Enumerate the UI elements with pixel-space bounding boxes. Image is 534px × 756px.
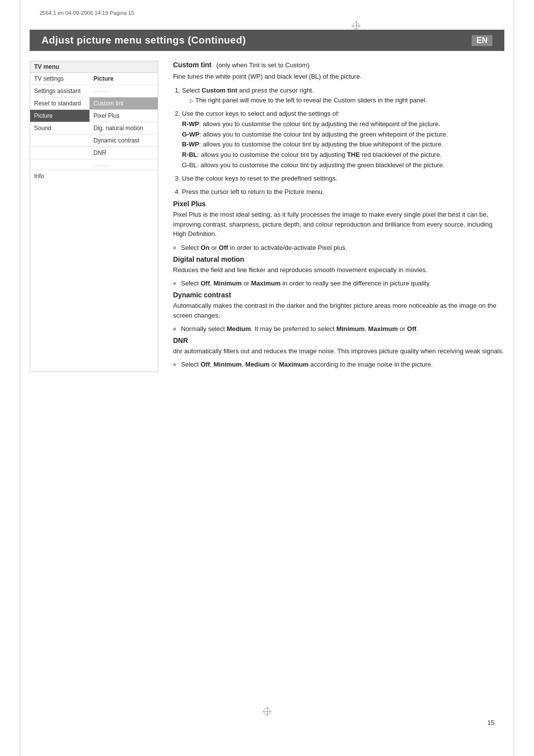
custom-tint-heading-line: Custom tint (only when Tint is set to Cu… [173, 61, 504, 69]
digital-natural-motion-section: Digital natural motion Reduces the field… [173, 255, 504, 289]
digital-natural-motion-heading: Digital natural motion [173, 255, 504, 263]
page-meta: 2564.1 en 04-09-2006 14:19 Pagina 15 [40, 10, 134, 16]
tv-menu-row: Picture Pixel Plus [30, 110, 158, 122]
dynamic-contrast-heading: Dynamic contrast [173, 291, 504, 299]
arrow-item: The right panel will move to the left to… [190, 95, 504, 106]
tv-menu-right-dynamic-contrast: Dynamic contrast [89, 135, 158, 146]
page-title: Adjust picture menu settings (Continued) [42, 35, 246, 46]
tv-menu-panel: TV menu TV settings Picture Settings ass… [30, 61, 158, 372]
regmark-top [351, 21, 361, 31]
tv-menu-info: Info [30, 170, 158, 182]
list-item: Select Off, Minimum, Medium or Maximum a… [181, 360, 504, 370]
pixel-plus-heading: Pixel Plus [173, 200, 504, 208]
dynamic-contrast-list: Normally select Medium. It may be prefer… [181, 324, 504, 334]
list-item: Select Off, Minimum or Maximum in order … [181, 279, 504, 289]
tv-menu-left-empty3 [30, 159, 89, 170]
digital-natural-motion-intro: Reduces the field and line flicker and r… [173, 265, 504, 275]
right-panel: Custom tint (only when Tint is set to Cu… [173, 61, 504, 372]
custom-tint-intro: Fine tunes the white point (WP) and blac… [173, 72, 504, 82]
list-item: Use the colour keys to reset to the pred… [182, 174, 504, 184]
tv-menu-left-empty2 [30, 147, 89, 159]
tv-menu-row: Sound Dig. natural motion [30, 122, 158, 135]
tv-menu-right-dnr: DNR [89, 147, 158, 159]
dnr-list: Select Off, Minimum, Medium or Maximum a… [181, 360, 504, 370]
tv-menu-row: Reset to standard Custom tint [30, 97, 158, 110]
tv-menu-right-pixel-plus: Pixel Plus [89, 110, 158, 122]
custom-tint-section: Custom tint (only when Tint is set to Cu… [173, 61, 504, 197]
header-bar: Adjust picture menu settings (Continued)… [30, 30, 504, 51]
tv-menu-row: TV settings Picture [30, 73, 158, 85]
dnr-intro: dnr automatically filters out and reduce… [173, 346, 504, 356]
tv-menu-left-settings-assistant: Settings assistant [30, 85, 89, 97]
dynamic-contrast-section: Dynamic contrast Automatically makes the… [173, 291, 504, 334]
tv-menu-right-picture: Picture [89, 73, 158, 85]
dynamic-contrast-intro: Automatically makes the contrast in the … [173, 301, 504, 320]
custom-tint-steps: Select Custom tint and press the cursor … [182, 86, 504, 197]
tv-menu-left-reset: Reset to standard [30, 97, 89, 109]
list-item: Select Custom tint and press the cursor … [182, 86, 504, 106]
pixel-plus-section: Pixel Plus Pixel Plus is the most ideal … [173, 200, 504, 253]
bwp-detail: B-WP: allows you to customise the colour… [182, 141, 443, 148]
pixel-plus-intro: Pixel Plus is the most ideal setting, as… [173, 210, 504, 239]
tv-menu-row: ............ [30, 159, 158, 170]
tv-menu-title: TV menu [30, 61, 158, 73]
tv-menu-left-empty1 [30, 135, 89, 146]
dnr-heading: DNR [173, 336, 504, 344]
rbl-detail: R-BL: allows you to customise the colour… [182, 151, 442, 158]
custom-tint-note: (only when Tint is set to Custom) [216, 61, 310, 69]
tv-menu-left-picture: Picture [30, 110, 89, 122]
gwp-detail: G-WP: allows you to customise the colour… [182, 131, 448, 138]
right-margin-line [514, 0, 514, 756]
tv-menu-left-sound: Sound [30, 122, 89, 134]
regmark-bottom [262, 707, 272, 716]
language-badge: EN [472, 35, 492, 46]
main-content: TV menu TV settings Picture Settings ass… [30, 61, 504, 372]
digital-natural-motion-list: Select Off, Minimum or Maximum in order … [181, 279, 504, 289]
list-item: Press the cursor left to return to the P… [182, 187, 504, 197]
tv-menu-left-tv-settings: TV settings [30, 73, 89, 85]
tv-menu-right-dots2: ............ [89, 159, 158, 170]
list-item: Use the cursor keys to select and adjust… [182, 109, 504, 171]
list-item: Select On or Off in order to activate/de… [181, 243, 504, 253]
custom-tint-heading: Custom tint [173, 61, 212, 69]
tv-menu-right-dots1: ............ [89, 85, 158, 97]
list-item: Normally select Medium. It may be prefer… [181, 324, 504, 334]
left-margin-line [20, 0, 20, 756]
tv-menu-right-custom-tint: Custom tint [89, 97, 158, 109]
page-number: 15 [488, 719, 494, 726]
gbl-detail: G-BL: allows you to customise the colour… [182, 161, 445, 169]
dnr-section: DNR dnr automatically filters out and re… [173, 336, 504, 370]
tv-menu-row: Settings assistant ............ [30, 85, 158, 97]
pixel-plus-list: Select On or Off in order to activate/de… [181, 243, 504, 253]
tv-menu-row: DNR [30, 147, 158, 159]
rwp-detail: R-WP: allows you to customise the colour… [182, 120, 440, 128]
tv-menu-right-dig-natural: Dig. natural motion [89, 122, 158, 134]
tv-menu-row: Dynamic contrast [30, 135, 158, 147]
